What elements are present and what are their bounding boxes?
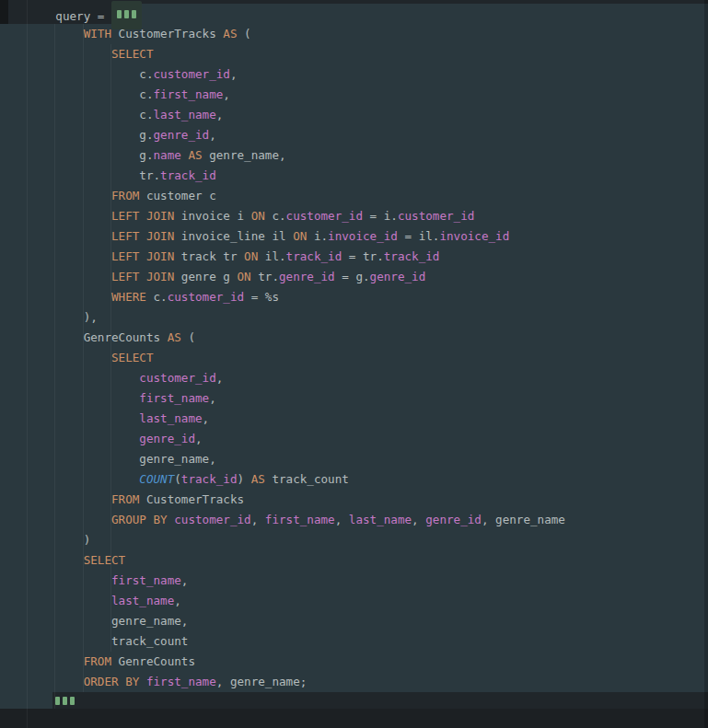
code-token-default-text: , (181, 573, 189, 587)
code-token-sql-keyword: SELECT (111, 351, 154, 364)
code-token-default-text (28, 411, 139, 425)
code-token-default-text: tr. (251, 270, 279, 283)
code-token-column-identifier: genre_id (279, 270, 335, 283)
code-token-sql-keyword: FROM (111, 189, 139, 202)
code-token-default-text (28, 513, 111, 526)
code-token-default-text: genre g (174, 270, 237, 283)
code-token-column-identifier: track_id (286, 249, 342, 263)
code-token-column-identifier: genre_id (153, 128, 209, 142)
code-token-column-identifier: last_name (111, 594, 174, 607)
code-token-sql-keyword: ON (238, 270, 251, 283)
code-token-sql-keyword: WITH (84, 27, 111, 40)
code-token-default-text: = g. (335, 270, 370, 283)
code-token-default-text (28, 432, 139, 445)
code-token-default-text: , (223, 87, 230, 101)
code-token-default-text: , (203, 411, 210, 425)
code-token-default-text: query = (28, 9, 111, 23)
code-token-default-text: = i. (363, 209, 398, 223)
code-token-column-identifier: customer_id (286, 209, 363, 223)
code-line: GROUP BY customer_id, first_name, last_n… (28, 510, 708, 530)
code-token-sql-keyword: LEFT JOIN (111, 209, 174, 223)
code-token-default-text (28, 573, 111, 587)
scrollbar-track[interactable] (704, 0, 708, 728)
code-token-default-text (28, 654, 84, 668)
code-token-default-text (28, 594, 111, 607)
code-token-sql-keyword: GROUP BY (111, 513, 168, 526)
code-area[interactable]: query = WITH CustomerTracks AS ( SELECT … (28, 4, 708, 712)
code-token-sql-keyword: ON (244, 249, 258, 263)
code-token-default-text (28, 371, 139, 385)
code-token-default-text: , genre_name (482, 513, 565, 526)
code-token-column-identifier: first_name (111, 573, 181, 587)
code-line: g.name AS genre_name, (28, 145, 708, 166)
code-token-default-text: genre_name, (28, 614, 188, 628)
code-token-default-text (28, 290, 111, 304)
code-token-sql-keyword: LEFT JOIN (111, 270, 174, 283)
corner-notch (0, 0, 8, 24)
code-line: c.last_name, (28, 105, 708, 125)
code-token-default-text: = %s (244, 290, 279, 304)
code-token-column-identifier: first_name (139, 391, 209, 405)
code-token-default-text: ( (238, 27, 251, 40)
code-token-sql-keyword: AS (251, 472, 265, 486)
code-line: g.genre_id, (28, 125, 708, 145)
code-line: c.first_name, (28, 85, 708, 105)
code-editor-window: { "editor": { "description": "Python fil… (0, 0, 708, 728)
code-token-default-text (28, 695, 55, 709)
code-token-default-text (28, 27, 84, 40)
code-line: SELECT (28, 348, 708, 368)
code-token-default-text: , (335, 513, 349, 526)
code-line: LEFT JOIN track tr ON il.track_id = tr.t… (28, 247, 708, 267)
code-token-sql-keyword: WHERE (111, 290, 146, 304)
code-token-default-text (28, 492, 111, 506)
code-line: tr.track_id (28, 166, 708, 186)
code-token-column-identifier: first_name (153, 87, 223, 101)
code-token-default-text: g. (28, 128, 153, 142)
code-token-default-text: , (412, 513, 425, 526)
code-token-sql-function-italic: COUNT (139, 472, 174, 486)
code-line: genre_name, (28, 449, 708, 469)
code-line: last_name, (28, 409, 708, 429)
code-token-default-text (28, 229, 111, 243)
code-token-column-identifier: invoice_id (328, 229, 398, 243)
code-token-sql-keyword: FROM (84, 654, 111, 668)
code-token-sql-keyword: ON (251, 209, 265, 223)
code-token-default-text: customer c (139, 189, 215, 202)
code-token-default-text (28, 189, 111, 202)
code-token-default-text: track_count (28, 634, 188, 648)
code-token-default-text: CustomerTracks (111, 27, 223, 40)
code-line: GenreCounts AS ( (28, 328, 708, 348)
code-token-default-text: invoice_line il (174, 229, 293, 243)
quote-glyph (124, 10, 129, 18)
code-token-default-text: , (174, 594, 181, 607)
code-line: COUNT(track_id) AS track_count (28, 469, 708, 490)
code-line: last_name, (28, 591, 708, 611)
code-token-sql-keyword: LEFT JOIN (111, 249, 174, 263)
code-token-default-text: c. (28, 108, 153, 121)
quote-glyph (117, 10, 122, 18)
code-line: LEFT JOIN genre g ON tr.genre_id = g.gen… (28, 267, 708, 287)
code-token-default-text (28, 351, 111, 364)
code-token-sql-keyword: LEFT JOIN (111, 229, 174, 243)
code-token-default-text: track_count (265, 472, 349, 486)
code-token-default-text (28, 270, 111, 283)
code-token-default-text: genre_name, (203, 148, 286, 162)
code-token-default-text: c. (265, 209, 286, 223)
code-token-default-text: genre_name, (28, 452, 216, 466)
code-token-default-text: invoice i (174, 209, 250, 223)
code-line: genre_id, (28, 429, 708, 449)
code-token-column-identifier: genre_id (139, 432, 195, 445)
code-token-sql-keyword: FROM (111, 492, 139, 506)
code-token-default-text (28, 553, 84, 567)
code-token-sql-keyword: AS (188, 148, 202, 162)
code-token-column-identifier: customer_id (139, 371, 215, 385)
code-token-default-text: , (230, 67, 238, 81)
code-token-sql-keyword: AS (168, 330, 181, 344)
code-line: FROM GenreCounts (28, 652, 708, 672)
code-token-sql-keyword: ORDER BY (84, 675, 140, 688)
code-token-default-text (28, 472, 139, 486)
code-line: WHERE c.customer_id = %s (28, 287, 708, 307)
code-token-default-text (28, 675, 84, 688)
code-line: first_name, (28, 571, 708, 591)
code-line: FROM customer c (28, 186, 708, 206)
